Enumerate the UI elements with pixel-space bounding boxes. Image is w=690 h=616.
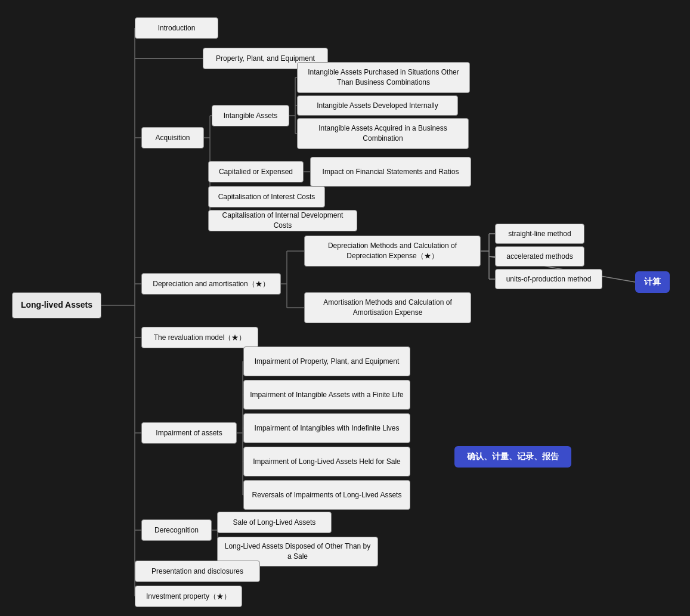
capitalisation-interest-node: Capitalisation of Interest Costs [208,186,325,208]
depreciation-methods-node: Depreciation Methods and Calculation of … [304,236,481,267]
ia-acquired-node: Intangible Assets Acquired in a Business… [297,118,469,149]
impact-financial-node: Impact on Financial Statements and Ratio… [310,157,471,187]
ia-purchased-node: Intangible Assets Purchased in Situation… [297,62,470,93]
accelerated-node: accelerated methods [495,246,584,267]
impairment-ppe-node: Impairment of Property, Plant, and Equip… [243,346,410,376]
investment-node: Investment property（★） [135,586,242,607]
impairment-held-sale-node: Impairment of Long-Lived Assets Held for… [243,447,410,476]
reversals-node: Reversals of Impairments of Long-Lived A… [243,480,410,510]
introduction-node: Introduction [135,17,218,39]
impairment-indefinite-node: Impairment of Intangibles with Indefinit… [243,413,410,443]
impairment-assets-node: Impairment of assets [141,422,237,444]
capitalisation-internal-node: Capitalisation of Internal Development C… [208,210,357,231]
intangible-assets-node: Intangible Assets [212,105,289,126]
units-production-node: units-of-production method [495,269,602,289]
revaluation-node: The revaluation model（★） [141,327,258,348]
derecognition-node: Derecognition [141,519,212,541]
ia-developed-node: Intangible Assets Developed Internally [297,95,458,116]
acquisition-node: Acquisition [141,127,204,148]
queren-node: 确认、计量、记录、报告 [454,446,571,468]
sale-longlived-node: Sale of Long-Lived Assets [217,512,332,533]
amortisation-methods-node: Amortisation Methods and Calculation of … [304,292,471,323]
capitalised-expensed-node: Capitalied or Expensed [208,161,304,182]
impairment-finite-node: Impairment of Intangible Assets with a F… [243,380,410,410]
root-node: Long-lived Assets [12,292,101,318]
jisuan-node: 计算 [635,271,670,293]
straight-line-node: straight-line method [495,224,584,244]
depreciation-amortisation-node: Depreciation and amortisation（★） [141,273,281,295]
mind-map: Long-lived AssetsIntroductionProperty, P… [0,0,690,616]
presentation-node: Presentation and disclosures [135,561,260,582]
